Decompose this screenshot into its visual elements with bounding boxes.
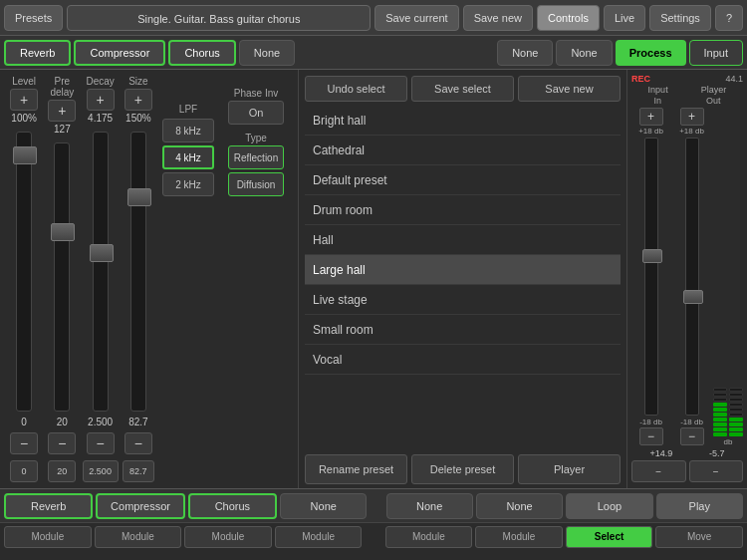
vu-segment xyxy=(729,413,743,417)
input-fader-thumb[interactable] xyxy=(642,249,662,263)
size-plus-button[interactable]: + xyxy=(124,89,152,111)
input-plus-button[interactable]: + xyxy=(639,108,663,126)
preset-item[interactable]: Cathedral xyxy=(305,136,621,165)
bottom-chorus-button[interactable]: Chorus xyxy=(188,493,277,519)
module5-button[interactable]: Module xyxy=(385,526,473,548)
pre-delay-slider-col: Pre delay + 127 20 − 20 xyxy=(44,76,80,482)
pre-delay-minus-button[interactable]: − xyxy=(48,432,76,454)
play-button[interactable]: Play xyxy=(656,493,743,519)
vu-segment xyxy=(713,388,727,392)
bottom-none1-button[interactable]: None xyxy=(280,493,367,519)
help-button[interactable]: ? xyxy=(715,5,743,31)
module1-button[interactable]: Module xyxy=(4,526,92,548)
preset-item[interactable]: Default preset xyxy=(305,165,621,195)
preset-item[interactable]: Hall xyxy=(305,225,621,255)
vu-bar-col xyxy=(713,107,727,436)
right-panel: REC 44.1 Input Player In Out + +18 db -1… xyxy=(627,70,747,488)
bottom-reverb-button[interactable]: Reverb xyxy=(4,493,93,519)
size-minus-button[interactable]: − xyxy=(124,432,152,454)
size-slider-thumb[interactable] xyxy=(127,188,151,206)
diffusion-button[interactable]: Diffusion xyxy=(228,172,284,196)
live-button[interactable]: Live xyxy=(604,5,645,31)
phase-inv-button[interactable]: On xyxy=(228,101,284,125)
none1-effect-button[interactable]: None xyxy=(239,40,295,66)
level-minus-button[interactable]: − xyxy=(10,432,38,454)
size-slider-track[interactable] xyxy=(130,132,146,412)
phase-type-col: Phase Inv On Type Reflection Diffusion xyxy=(220,76,292,482)
select-button[interactable]: Select xyxy=(566,526,653,548)
center-panel: Undo select Save select Save new Bright … xyxy=(299,70,627,488)
level-label: Level xyxy=(12,76,36,87)
reverb-effect-button[interactable]: Reverb xyxy=(4,40,71,66)
level-bottom-value: 0 xyxy=(21,417,27,430)
rename-preset-button[interactable]: Rename preset xyxy=(305,454,407,484)
player-plus-button[interactable]: + xyxy=(680,108,704,126)
save-select-button[interactable]: Save select xyxy=(411,76,514,102)
bottom-none3-button[interactable]: None xyxy=(476,493,563,519)
decay-slider-track[interactable] xyxy=(93,132,109,412)
level-plus-button[interactable]: + xyxy=(10,89,38,111)
vu-segment xyxy=(713,398,727,402)
player-minus-button[interactable]: − xyxy=(680,427,704,445)
pre-delay-slider-track[interactable] xyxy=(54,142,70,412)
level-slider-track[interactable] xyxy=(16,132,32,412)
module2-button[interactable]: Module xyxy=(95,526,182,548)
vu-segment xyxy=(729,393,743,397)
input-minus-db-button[interactable]: − xyxy=(631,460,686,482)
reflection-button[interactable]: Reflection xyxy=(228,145,284,169)
main-content: Level + 100% 0 − 0 Pre delay + 127 20 xyxy=(0,70,747,488)
module3-button[interactable]: Module xyxy=(184,526,272,548)
preset-item[interactable]: Live stage xyxy=(305,285,621,315)
compressor-effect-button[interactable]: Compressor xyxy=(74,40,165,66)
bottom-none2-button[interactable]: None xyxy=(386,493,473,519)
preset-item[interactable]: Vocal xyxy=(305,345,621,375)
move-button[interactable]: Move xyxy=(655,526,743,548)
lpf-8khz-button[interactable]: 8 kHz xyxy=(162,119,214,142)
lpf-2khz-button[interactable]: 2 kHz xyxy=(162,172,214,196)
vu-segment xyxy=(729,398,743,402)
player-fader-track[interactable] xyxy=(685,138,699,416)
controls-button[interactable]: Controls xyxy=(537,5,600,31)
level-slider-thumb[interactable] xyxy=(13,146,37,164)
vu-segment xyxy=(713,422,727,426)
input-button[interactable]: Input xyxy=(689,40,743,66)
top-bar: Presets Single. Guitar. Bass guitar chor… xyxy=(0,0,747,36)
settings-button[interactable]: Settings xyxy=(649,5,711,31)
none3-effect-button[interactable]: None xyxy=(556,40,612,66)
input-value-display: +14.9 xyxy=(649,448,672,458)
input-fader-track[interactable] xyxy=(644,138,658,416)
chorus-effect-button[interactable]: Chorus xyxy=(168,40,235,66)
preset-item[interactable]: Drum room xyxy=(305,195,621,225)
save-new-button[interactable]: Save new xyxy=(463,5,533,31)
pre-delay-plus-button[interactable]: + xyxy=(48,100,76,122)
pre-delay-slider-thumb[interactable] xyxy=(51,223,75,241)
decay-minus-button[interactable]: − xyxy=(87,432,115,454)
player-plus18-label: +18 db xyxy=(679,127,704,136)
save-new-preset-button[interactable]: Save new xyxy=(518,76,621,102)
decay-plus-button[interactable]: + xyxy=(87,89,115,111)
vu-segment xyxy=(713,432,727,436)
module4-button[interactable]: Module xyxy=(275,526,363,548)
delete-preset-button[interactable]: Delete preset xyxy=(411,454,514,484)
process-button[interactable]: Process xyxy=(616,40,686,66)
player-action-button[interactable]: Player xyxy=(518,454,621,484)
pre-delay-value-box: 20 xyxy=(48,460,76,482)
vu-segment xyxy=(729,408,743,412)
input-minus-button[interactable]: − xyxy=(639,427,663,445)
presets-button[interactable]: Presets xyxy=(4,5,63,31)
lpf-4khz-button[interactable]: 4 kHz xyxy=(162,145,214,169)
level-value: 100% xyxy=(11,113,37,127)
loop-button[interactable]: Loop xyxy=(566,493,652,519)
size-value-box: 82.7 xyxy=(123,460,154,482)
player-fader-thumb[interactable] xyxy=(683,290,703,304)
module6-button[interactable]: Module xyxy=(475,526,563,548)
preset-item[interactable]: Large hall xyxy=(305,255,621,285)
undo-select-button[interactable]: Undo select xyxy=(305,76,407,102)
decay-slider-thumb[interactable] xyxy=(90,244,114,262)
bottom-compressor-button[interactable]: Compressor xyxy=(96,493,184,519)
save-current-button[interactable]: Save current xyxy=(374,5,458,31)
preset-item[interactable]: Small room xyxy=(305,315,621,345)
none2-effect-button[interactable]: None xyxy=(497,40,553,66)
player-minus-db-button[interactable]: − xyxy=(689,460,744,482)
preset-item[interactable]: Bright hall xyxy=(305,106,621,136)
